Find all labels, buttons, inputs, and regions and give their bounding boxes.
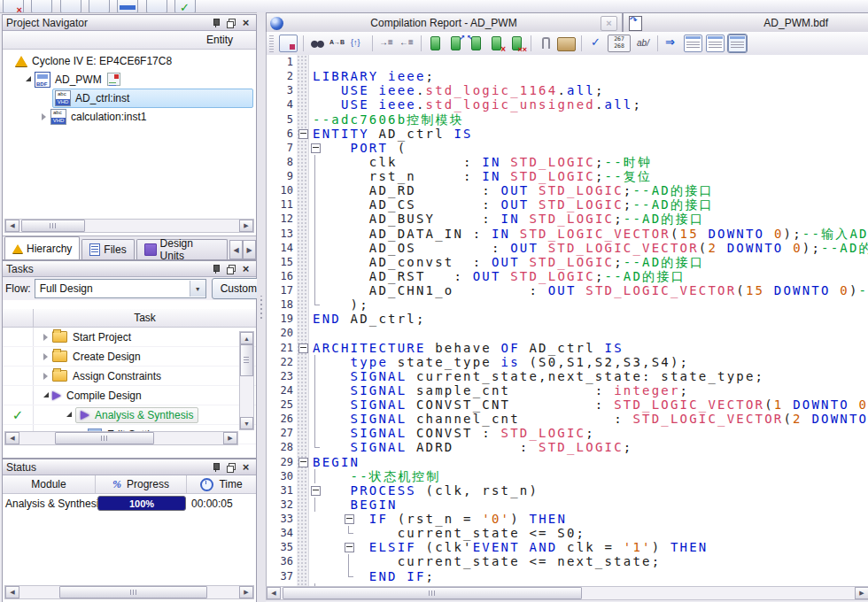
fold-marker[interactable] bbox=[298, 458, 308, 467]
scroll-thumb[interactable] bbox=[59, 586, 207, 598]
fold-marker[interactable] bbox=[311, 486, 321, 496]
scroll-thumb[interactable] bbox=[240, 344, 253, 376]
scroll-thumb[interactable] bbox=[21, 220, 85, 232]
task-row-start-project[interactable]: Start Project bbox=[3, 328, 256, 347]
scroll-track[interactable] bbox=[19, 220, 239, 232]
code-line[interactable]: 20 bbox=[267, 326, 868, 340]
code-line[interactable]: 36 current_state <= next_state; bbox=[267, 554, 868, 568]
time-column-header[interactable]: Time bbox=[187, 475, 256, 493]
close-project-icon[interactable] bbox=[3, 0, 24, 13]
code-editor[interactable]: 12LIBRARY ieee;3 USE ieee.std_logic_1164… bbox=[266, 55, 868, 586]
scroll-left-button[interactable]: ◀ bbox=[267, 587, 281, 599]
scroll-left-button[interactable]: ◀ bbox=[5, 220, 19, 232]
collapse-arrow-icon[interactable] bbox=[43, 334, 48, 341]
fold-marker[interactable] bbox=[348, 554, 349, 568]
fold-marker[interactable] bbox=[314, 227, 315, 241]
fold-marker[interactable] bbox=[314, 283, 315, 297]
fold-marker[interactable] bbox=[314, 440, 320, 448]
code-line[interactable]: 12 AD_BUSY : IN STD_LOGIC;--AD的接口 bbox=[267, 212, 868, 226]
bookmark-prev-icon[interactable] bbox=[468, 35, 484, 51]
fold-marker[interactable] bbox=[314, 255, 315, 269]
replace-icon[interactable] bbox=[329, 35, 346, 51]
fold-marker[interactable] bbox=[314, 169, 315, 183]
scroll-right-button[interactable]: ▶ bbox=[855, 587, 868, 599]
code-line[interactable]: 37 END IF; bbox=[267, 569, 868, 583]
fold-marker[interactable] bbox=[314, 397, 315, 412]
scroll-right-button[interactable]: ▶ bbox=[223, 432, 237, 444]
code-line[interactable]: 34 current_state <= S0; bbox=[267, 526, 868, 540]
code-line[interactable]: 30 --状态机控制 bbox=[267, 469, 868, 483]
flow-select[interactable]: Full Design ▼ bbox=[35, 279, 206, 298]
navigator-hscrollbar[interactable]: ◀ ▶ bbox=[4, 219, 254, 233]
tree-row-calculation[interactable]: calculation:inst1 bbox=[3, 107, 256, 126]
code-line[interactable]: 32 BEGIN bbox=[267, 498, 868, 512]
script-icon[interactable] bbox=[557, 37, 576, 51]
code-line[interactable]: 10 AD_RD : OUT STD_LOGIC;--AD的接口 bbox=[267, 183, 868, 197]
comment-icon[interactable]: ab/ bbox=[634, 35, 652, 51]
code-line[interactable]: 11 AD_CS : OUT STD_LOGIC;--AD的接口 bbox=[267, 197, 868, 212]
fold-marker[interactable] bbox=[298, 343, 308, 353]
window-list-icon[interactable] bbox=[684, 35, 702, 52]
expand-arrow-icon[interactable] bbox=[66, 412, 72, 417]
collapse-arrow-icon[interactable] bbox=[43, 353, 48, 360]
toolbar-drag-handle[interactable] bbox=[269, 35, 274, 52]
fold-marker[interactable] bbox=[314, 383, 315, 397]
code-line[interactable]: 23 SIGNAL current_state,next_state: stat… bbox=[267, 369, 868, 383]
tab-scroll-left-button[interactable]: ◀ bbox=[229, 240, 243, 259]
entity-column-header[interactable]: Entity bbox=[3, 31, 256, 50]
indent-icon[interactable] bbox=[378, 35, 395, 51]
fold-marker[interactable] bbox=[348, 569, 353, 577]
pin-button[interactable] bbox=[209, 17, 222, 28]
scroll-up-button[interactable]: ▲ bbox=[240, 332, 253, 344]
code-line[interactable]: 22 type state_type is (S0,S1,S2,S3,S4); bbox=[267, 355, 868, 369]
fold-marker[interactable] bbox=[314, 241, 315, 255]
scroll-thumb[interactable] bbox=[55, 432, 154, 444]
bdf-titlebar[interactable]: AD_PWM.bdf bbox=[623, 12, 868, 34]
scroll-thumb[interactable] bbox=[283, 587, 582, 599]
code-line[interactable]: 2LIBRARY ieee; bbox=[267, 69, 868, 83]
tasks-hscrollbar[interactable]: ◀ ▶ bbox=[4, 431, 238, 445]
scroll-left-button[interactable]: ◀ bbox=[5, 432, 19, 444]
code-line[interactable]: 6ENTITY AD_ctrl IS bbox=[267, 127, 868, 141]
bookmark-delete-all-icon[interactable] bbox=[508, 35, 525, 51]
navigate-icon[interactable] bbox=[60, 0, 81, 13]
scroll-down-button[interactable]: ▼ bbox=[240, 417, 253, 429]
find-icon[interactable] bbox=[309, 35, 326, 51]
tree-row-ad-ctrl[interactable]: AD_ctrl:inst bbox=[3, 89, 256, 107]
bookmark-next-icon[interactable] bbox=[447, 35, 464, 51]
fold-marker[interactable] bbox=[314, 197, 315, 212]
fold-marker[interactable] bbox=[314, 426, 315, 440]
fold-marker[interactable] bbox=[314, 469, 315, 483]
task-row-compile-design[interactable]: Compile Design bbox=[3, 386, 256, 405]
tasks-vscrollbar[interactable]: ▲ ▼ bbox=[239, 331, 254, 430]
compile-icon[interactable] bbox=[146, 0, 167, 13]
close-report-button[interactable]: × bbox=[601, 16, 617, 31]
close-button[interactable]: × bbox=[239, 461, 252, 473]
find-icon[interactable] bbox=[31, 0, 52, 13]
scroll-track[interactable] bbox=[19, 432, 223, 444]
scroll-track[interactable] bbox=[19, 586, 239, 598]
syntax-check-icon[interactable] bbox=[587, 35, 604, 51]
fold-marker[interactable] bbox=[314, 412, 315, 426]
code-line[interactable]: 24 SIGNAL sample_cnt : integer; bbox=[267, 383, 868, 397]
new-window-icon[interactable] bbox=[117, 0, 138, 13]
fold-marker[interactable] bbox=[314, 369, 315, 383]
tab-hierarchy[interactable]: Hierarchy bbox=[4, 236, 80, 259]
fold-marker[interactable] bbox=[314, 583, 315, 586]
code-line[interactable]: 35 ELSIF (clk'EVENT AND clk = '1') THEN bbox=[267, 540, 868, 554]
fold-marker[interactable] bbox=[345, 543, 354, 552]
pin-button[interactable] bbox=[209, 461, 222, 473]
code-line[interactable]: 38 END PROCESS; bbox=[267, 583, 868, 586]
code-line[interactable]: 21ARCHITECTURE behave OF AD_ctrl IS bbox=[267, 341, 868, 355]
panel-splitter[interactable] bbox=[257, 12, 266, 602]
fold-marker[interactable] bbox=[314, 212, 315, 226]
assignment-check-icon[interactable] bbox=[174, 0, 196, 13]
code-line[interactable]: 25 SIGNAL CONVST_CNT : STD_LOGIC_VECTOR(… bbox=[267, 397, 868, 412]
code-line[interactable]: 33 IF (rst_n = '0') THEN bbox=[267, 512, 868, 526]
tree-row-device[interactable]: Cyclone IV E: EP4CE6F17C8 bbox=[3, 51, 256, 70]
code-line[interactable]: 19END AD_ctrl; bbox=[267, 312, 868, 326]
code-line[interactable]: 31 PROCESS (clk, rst_n) bbox=[267, 483, 868, 498]
pin-button[interactable] bbox=[209, 263, 222, 274]
code-line[interactable]: 13 AD_DATA_IN : IN STD_LOGIC_VECTOR(15 D… bbox=[267, 227, 868, 241]
fold-marker[interactable] bbox=[314, 269, 315, 283]
